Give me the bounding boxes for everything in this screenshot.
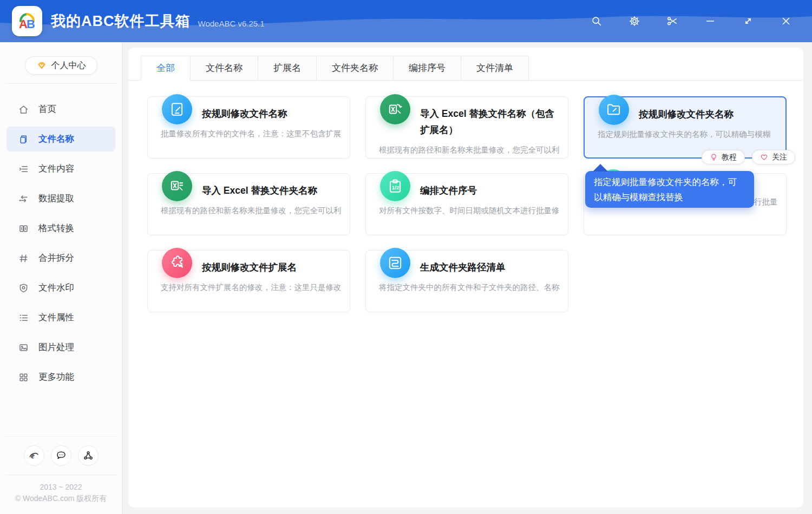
titlebar: A B 我的ABC软件工具箱 WodeABC v6.25.1 bbox=[0, 0, 812, 42]
sidebar-item-label: 合并拆分 bbox=[38, 252, 74, 264]
image-process-icon bbox=[18, 342, 29, 353]
file-content-icon bbox=[18, 164, 29, 174]
sidebar-item-merge-split[interactable]: 合并拆分 bbox=[6, 246, 115, 271]
sidebar-item-label: 更多功能 bbox=[38, 371, 74, 383]
settings-gear-icon[interactable] bbox=[628, 15, 641, 28]
cards-area: 按规则修改文件名称 批量修改所有文件的文件名，注意：这里不包含扩展 导入 Exc… bbox=[128, 81, 803, 312]
card-description: 支持对所有文件扩展名的修改，注意：这里只是修改 bbox=[161, 282, 349, 293]
merge-split-icon bbox=[18, 253, 29, 263]
more-features-icon bbox=[18, 372, 29, 383]
sidebar-item-label: 数据提取 bbox=[38, 193, 74, 205]
watermark-icon bbox=[18, 283, 29, 293]
folder-edit-icon bbox=[599, 95, 629, 125]
tab-file-name[interactable]: 文件名称 bbox=[190, 56, 258, 80]
card-description: 根据现有的路径和新名称来批量修改，您完全可以利 bbox=[379, 145, 567, 155]
app-logo: A B bbox=[12, 6, 42, 36]
minimize-icon[interactable] bbox=[704, 15, 717, 28]
copyright-text: © WodeABC.com 版权所有 bbox=[0, 493, 122, 504]
share-network-icon[interactable] bbox=[78, 445, 99, 466]
card-title: 按规则修改文件扩展名 bbox=[202, 251, 343, 275]
tooltip-arrow bbox=[593, 164, 608, 172]
sidebar-menu: 首页 文件名称 文件内容 数据提取 格式转换 合并拆分 文件水印 文件属性 bbox=[0, 84, 122, 390]
close-icon[interactable] bbox=[780, 15, 793, 28]
sidebar-item-label: 文件属性 bbox=[38, 312, 74, 324]
sidebar-item-watermark[interactable]: 文件水印 bbox=[6, 275, 115, 300]
home-icon bbox=[18, 104, 29, 115]
personal-center-label: 个人中心 bbox=[51, 60, 86, 71]
route-list-icon bbox=[380, 248, 410, 278]
scissors-icon[interactable] bbox=[666, 15, 679, 28]
copyright-years: 2013 ~ 2022 bbox=[0, 482, 122, 493]
follow-button[interactable]: 关注 bbox=[752, 150, 795, 164]
edit-file-icon bbox=[162, 94, 192, 124]
sidebar: 个人中心 首页 文件名称 文件内容 数据提取 格式转换 合并拆分 bbox=[0, 42, 122, 514]
sidebar-item-format-convert[interactable]: 格式转换 bbox=[6, 216, 115, 241]
card-description: 批量修改所有文件的文件名，注意：这里不包含扩展 bbox=[161, 129, 349, 139]
tab-serial-number[interactable]: 编排序号 bbox=[393, 56, 461, 80]
sidebar-item-more-features[interactable]: 更多功能 bbox=[6, 365, 115, 390]
excel-folder-icon bbox=[162, 171, 192, 201]
vip-diamond-icon bbox=[36, 60, 47, 71]
tab-file-list[interactable]: 文件清单 bbox=[461, 56, 529, 80]
clipboard-number-icon: 1/2 bbox=[380, 171, 410, 201]
card-title: 编排文件序号 bbox=[420, 174, 561, 199]
card-excel-replace-folder-name[interactable]: 导入 Excel 替换文件夹名称 根据现有的路径和新名称来批量修改，您完全可以利 bbox=[147, 173, 350, 235]
tutorial-button[interactable]: 教程 bbox=[702, 150, 745, 164]
card-title: 生成文件夹路径清单 bbox=[420, 251, 561, 275]
card-description: 根据现有的路径和新名称来批量修改，您完全可以利 bbox=[161, 206, 349, 216]
app-logo-ab-icon: A B bbox=[15, 9, 39, 33]
sidebar-item-file-attributes[interactable]: 文件属性 bbox=[6, 305, 115, 330]
app-title: 我的ABC软件工具箱 bbox=[51, 11, 191, 31]
app-version: WodeABC v6.25.1 bbox=[198, 19, 265, 28]
file-name-icon bbox=[18, 134, 29, 144]
resize-icon[interactable] bbox=[742, 15, 755, 28]
chat-bubble-icon[interactable] bbox=[51, 445, 71, 466]
svg-text:B: B bbox=[27, 17, 35, 31]
card-modify-file-extension[interactable]: 按规则修改文件扩展名 支持对所有文件扩展名的修改，注意：这里只是修改 bbox=[147, 250, 350, 312]
heart-icon bbox=[760, 153, 768, 161]
card-modify-folder-name[interactable]: 按规则修改文件夹名称 指定规则批量修改文件夹的名称，可以精确与模糊 教程 关注 bbox=[584, 96, 787, 159]
svg-text:e: e bbox=[31, 452, 34, 460]
sidebar-item-label: 文件水印 bbox=[38, 282, 74, 294]
card-modify-file-name[interactable]: 按规则修改文件名称 批量修改所有文件的文件名，注意：这里不包含扩展 bbox=[147, 96, 350, 159]
sidebar-item-file-content[interactable]: 文件内容 bbox=[6, 156, 115, 181]
card-arrange-file-numbers[interactable]: 1/2 编排文件序号 对所有文件按数字、时间日期或随机文本进行批量修 bbox=[365, 173, 568, 235]
tab-folder-name[interactable]: 文件夹名称 bbox=[316, 56, 394, 80]
sidebar-footer: e 2013 ~ 2022 © WodeABC.com 版权所有 bbox=[0, 436, 122, 514]
browser-ie-icon[interactable]: e bbox=[24, 445, 44, 466]
sidebar-item-label: 首页 bbox=[38, 103, 56, 115]
sidebar-item-label: 文件内容 bbox=[38, 163, 74, 175]
card-title: 按规则修改文件夹名称 bbox=[639, 97, 779, 122]
sidebar-item-file-name[interactable]: 文件名称 bbox=[6, 127, 115, 151]
sidebar-item-label: 格式转换 bbox=[38, 222, 74, 234]
follow-label: 关注 bbox=[772, 153, 787, 162]
sidebar-item-label: 文件名称 bbox=[38, 133, 74, 145]
main-panel: 全部 文件名称 扩展名 文件夹名称 编排序号 文件清单 按规则修改文件名称 批量… bbox=[128, 48, 803, 508]
sidebar-item-home[interactable]: 首页 bbox=[6, 97, 115, 122]
card-title: 按规则修改文件名称 bbox=[202, 97, 343, 122]
category-tabs: 全部 文件名称 扩展名 文件夹名称 编排序号 文件清单 bbox=[128, 48, 803, 81]
sidebar-item-image-process[interactable]: 图片处理 bbox=[6, 335, 115, 360]
card-description: 指定规则批量修改文件夹的名称，可以精确与模糊 bbox=[598, 129, 784, 140]
hover-tooltip: 指定规则批量修改文件夹的名称，可以精确与模糊查找替换 bbox=[585, 171, 754, 208]
bulb-icon bbox=[710, 153, 718, 161]
personal-center-button[interactable]: 个人中心 bbox=[25, 56, 97, 75]
card-title: 导入 Excel 替换文件名称（包含扩展名） bbox=[420, 97, 561, 138]
tutorial-label: 教程 bbox=[722, 153, 737, 162]
sidebar-item-data-extract[interactable]: 数据提取 bbox=[6, 186, 115, 211]
format-convert-icon bbox=[18, 223, 29, 234]
tab-extension[interactable]: 扩展名 bbox=[258, 56, 317, 80]
excel-replace-icon bbox=[380, 94, 410, 124]
card-description: 将指定文件夹中的所有文件和子文件夹的路径、名称 bbox=[379, 282, 567, 293]
puzzle-edit-icon bbox=[162, 248, 192, 278]
tab-all[interactable]: 全部 bbox=[141, 56, 191, 80]
card-excel-replace-file-name[interactable]: 导入 Excel 替换文件名称（包含扩展名） 根据现有的路径和新名称来批量修改，… bbox=[365, 96, 568, 159]
svg-text:1/2: 1/2 bbox=[392, 184, 399, 190]
search-icon[interactable] bbox=[590, 15, 603, 28]
data-extract-icon bbox=[18, 194, 29, 204]
sidebar-item-label: 图片处理 bbox=[38, 341, 74, 353]
card-generate-folder-path-list[interactable]: 生成文件夹路径清单 将指定文件夹中的所有文件和子文件夹的路径、名称 bbox=[365, 250, 568, 312]
card-description: 对所有文件按数字、时间日期或随机文本进行批量修 bbox=[379, 206, 567, 216]
file-attributes-icon bbox=[18, 313, 29, 323]
card-title: 导入 Excel 替换文件夹名称 bbox=[202, 174, 343, 199]
